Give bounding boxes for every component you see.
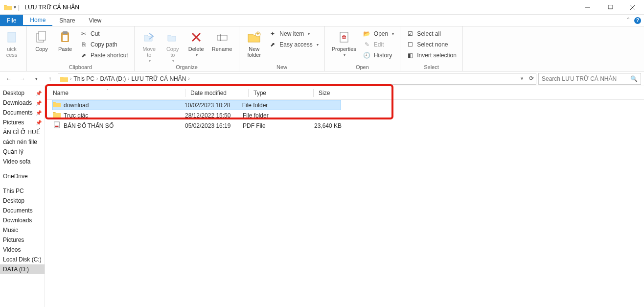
breadcrumb-item[interactable]: DATA (D:) xyxy=(100,75,126,82)
nav-item[interactable]: Downloads📌 xyxy=(0,98,45,108)
nav-this-pc[interactable]: This PC xyxy=(0,186,45,196)
nav-item[interactable]: Music xyxy=(0,225,45,235)
nav-item[interactable]: cách nén fille xyxy=(0,137,45,147)
search-box[interactable]: 🔍 xyxy=(538,73,641,85)
edit-icon: ✎ xyxy=(363,41,371,48)
minimize-button[interactable] xyxy=(576,0,599,15)
rename-button[interactable]: Rename xyxy=(209,27,235,52)
qat-dropdown-icon[interactable]: ▾ xyxy=(14,4,16,10)
column-type[interactable]: Type xyxy=(253,90,313,96)
address-dropdown-icon[interactable]: v xyxy=(521,75,523,81)
nav-onedrive[interactable]: OneDrive xyxy=(0,171,45,181)
file-name: BẢN ĐỒ THẦN SỐ xyxy=(64,122,114,129)
invert-icon: ◧ xyxy=(406,51,414,59)
search-icon[interactable]: 🔍 xyxy=(630,75,638,82)
nav-item[interactable]: DATA (D:) xyxy=(0,264,45,274)
select-group-label: Select xyxy=(404,63,459,71)
open-button[interactable]: 📂Open▾ xyxy=(361,29,396,38)
history-button[interactable]: 🕘History xyxy=(361,51,396,60)
column-size[interactable]: Size xyxy=(319,90,358,96)
search-input[interactable] xyxy=(542,75,638,82)
tab-file[interactable]: File xyxy=(0,15,23,26)
tab-view[interactable]: View xyxy=(82,15,108,26)
recent-locations-button[interactable]: ▾ xyxy=(30,73,42,85)
svg-rect-5 xyxy=(8,32,16,42)
open-group-label: Open xyxy=(329,63,396,71)
new-folder-button[interactable]: ✦ New folder xyxy=(243,27,265,58)
address-bar[interactable]: › This PC › DATA (D:) › LƯU TRỮ CÁ NHÂN … xyxy=(58,73,536,85)
delete-button[interactable]: Delete▾ xyxy=(185,27,207,57)
chevron-right-icon[interactable]: › xyxy=(96,76,98,81)
nav-item[interactable]: Local Disk (C:) xyxy=(0,255,45,264)
breadcrumb-item[interactable]: This PC xyxy=(73,75,94,82)
column-date[interactable]: Date modified xyxy=(190,90,248,96)
properties-button[interactable]: Properties▾ xyxy=(329,27,359,57)
nav-item[interactable]: Desktop📌 xyxy=(0,88,45,98)
easy-access-icon: ⬈ xyxy=(269,41,276,48)
file-row[interactable]: download10/02/2023 10:28File folder xyxy=(52,100,341,110)
copy-path-button[interactable]: ⎘Copy path xyxy=(78,40,130,49)
nav-item[interactable]: Quản lý xyxy=(0,147,45,157)
close-button[interactable] xyxy=(621,0,644,15)
nav-item[interactable]: Videos xyxy=(0,245,45,255)
navigation-pane[interactable]: Desktop📌Downloads📌Documents📌Pictures📌ĂN … xyxy=(0,86,45,307)
nav-item[interactable]: Video sofa xyxy=(0,157,45,166)
collapse-ribbon-icon[interactable]: ˆ xyxy=(627,17,629,24)
file-row[interactable]: BẢN ĐỒ THẦN SỐ05/02/2023 16:19PDF File23… xyxy=(53,120,644,131)
cut-button[interactable]: ✂Cut xyxy=(78,29,130,38)
pin-quick-access-button[interactable]: uick cess xyxy=(1,27,23,58)
chevron-right-icon[interactable]: › xyxy=(70,76,71,81)
edit-button[interactable]: ✎Edit xyxy=(361,40,396,49)
copy-to-button[interactable]: Copy to▾ xyxy=(162,27,184,63)
new-item-icon: ✦ xyxy=(269,30,276,38)
svg-rect-13 xyxy=(217,35,227,40)
qat-separator: | xyxy=(18,4,20,11)
chevron-down-icon: ▾ xyxy=(149,59,151,63)
file-row[interactable]: Trực giác28/12/2022 15:50File folder xyxy=(53,110,644,120)
file-name: download xyxy=(64,102,89,109)
folder-icon xyxy=(53,111,61,119)
nav-item[interactable]: Desktop xyxy=(0,196,45,206)
svg-rect-7 xyxy=(39,31,46,40)
folder-icon xyxy=(4,4,12,10)
refresh-button[interactable]: ⟳ xyxy=(529,75,534,82)
up-button[interactable]: ↑ xyxy=(44,73,56,85)
forward-button[interactable]: → xyxy=(17,73,28,85)
paste-button[interactable]: Paste xyxy=(54,27,76,52)
history-icon: 🕘 xyxy=(363,51,371,59)
nav-item[interactable]: Downloads xyxy=(0,215,45,225)
paste-shortcut-button[interactable]: ⬈Paste shortcut xyxy=(78,51,130,60)
open-icon: 📂 xyxy=(363,30,371,38)
copy-button[interactable]: Copy xyxy=(31,27,52,52)
help-icon[interactable]: ? xyxy=(634,17,641,24)
pin-icon: 📌 xyxy=(36,100,42,106)
column-headers: Nameˆ Date modified Type Size xyxy=(45,86,644,100)
new-item-button[interactable]: ✦New item▾ xyxy=(267,29,320,38)
nav-item[interactable]: Pictures xyxy=(0,235,45,245)
select-all-button[interactable]: ☑Select all xyxy=(404,29,459,38)
maximize-button[interactable] xyxy=(599,0,621,15)
file-size: 23,640 KB xyxy=(302,122,342,129)
nav-item[interactable]: Pictures📌 xyxy=(0,118,45,127)
select-none-icon: ☐ xyxy=(406,41,414,48)
breadcrumb-item[interactable]: LƯU TRỮ CÁ NHÂN xyxy=(132,75,186,82)
nav-item[interactable]: Documents xyxy=(0,206,45,215)
tab-share[interactable]: Share xyxy=(52,15,82,26)
nav-collapse-icon[interactable]: ‹ xyxy=(39,89,41,94)
move-to-button[interactable]: Move to▾ xyxy=(138,27,160,63)
invert-selection-button[interactable]: ◧Invert selection xyxy=(404,51,459,60)
file-list-pane: ‹ Nameˆ Date modified Type Size download… xyxy=(45,86,644,307)
column-name[interactable]: Nameˆ xyxy=(53,90,185,96)
chevron-right-icon[interactable]: › xyxy=(128,76,129,81)
pin-icon: 📌 xyxy=(36,120,42,125)
file-date: 10/02/2023 10:28 xyxy=(184,102,242,109)
nav-item[interactable]: ĂN GÌ Ở HUẾ xyxy=(0,127,45,137)
easy-access-button[interactable]: ⬈Easy access▾ xyxy=(267,40,320,49)
chevron-right-icon[interactable]: › xyxy=(188,76,189,81)
folder-icon xyxy=(53,101,61,109)
nav-item[interactable]: Documents📌 xyxy=(0,108,45,118)
back-button[interactable]: ← xyxy=(3,73,15,85)
select-none-button[interactable]: ☐Select none xyxy=(404,40,459,49)
pin-icon: 📌 xyxy=(36,110,42,116)
tab-home[interactable]: Home xyxy=(23,15,52,26)
